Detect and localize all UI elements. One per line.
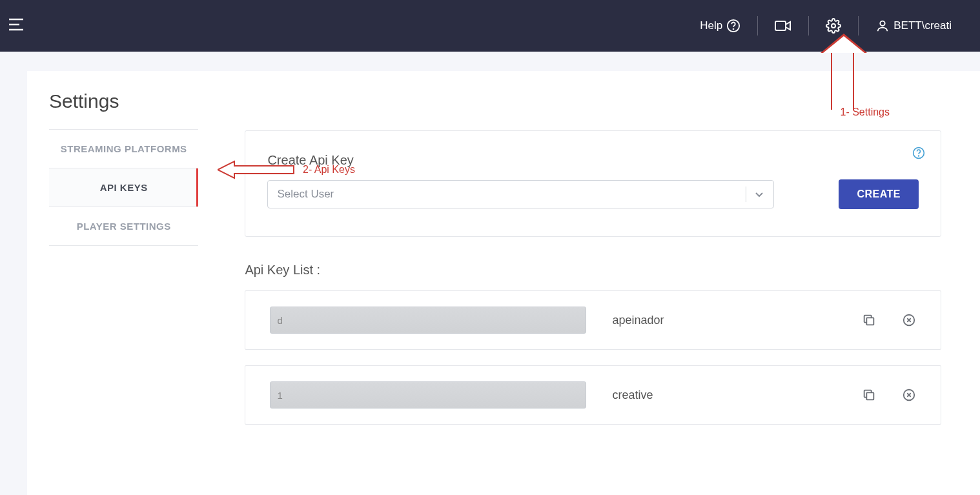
close-circle-icon bbox=[902, 388, 916, 402]
copy-button[interactable] bbox=[862, 388, 876, 402]
help-label: Help bbox=[700, 19, 722, 32]
video-icon bbox=[775, 19, 791, 32]
copy-icon bbox=[862, 388, 876, 402]
close-circle-icon bbox=[902, 313, 916, 327]
layout: STREAMING PLATFORMS API KEYS PLAYER SETT… bbox=[27, 129, 980, 440]
api-key-row: d apeinador bbox=[245, 290, 941, 350]
settings-button[interactable] bbox=[809, 18, 858, 34]
annotation-arrow-up bbox=[831, 50, 854, 110]
video-button[interactable] bbox=[758, 19, 808, 32]
svg-rect-12 bbox=[866, 392, 873, 399]
help-link[interactable]: Help bbox=[683, 19, 757, 33]
user-icon bbox=[875, 19, 890, 33]
tab-streaming-platforms[interactable]: STREAMING PLATFORMS bbox=[49, 130, 198, 168]
svg-point-9 bbox=[919, 156, 919, 156]
tabs: STREAMING PLATFORMS API KEYS PLAYER SETT… bbox=[49, 129, 198, 440]
tab-player-settings[interactable]: PLAYER SETTINGS bbox=[49, 207, 198, 246]
select-placeholder: Select User bbox=[277, 188, 334, 201]
api-key-user: creative bbox=[612, 389, 836, 402]
svg-rect-10 bbox=[866, 318, 873, 325]
chevron-down-icon bbox=[754, 189, 764, 199]
page-container: Settings STREAMING PLATFORMS API KEYS PL… bbox=[27, 71, 980, 495]
copy-button[interactable] bbox=[862, 313, 876, 327]
svg-rect-5 bbox=[775, 21, 786, 30]
create-title: Create Api Key bbox=[267, 153, 919, 168]
user-select[interactable]: Select User bbox=[267, 180, 774, 208]
help-icon bbox=[726, 19, 740, 33]
gear-icon bbox=[826, 18, 841, 34]
create-row: Select User CREATE bbox=[267, 179, 919, 209]
create-button[interactable]: CREATE bbox=[839, 179, 919, 209]
svg-point-6 bbox=[832, 24, 835, 28]
delete-button[interactable] bbox=[902, 313, 916, 327]
user-menu[interactable]: BETT\creati bbox=[859, 19, 968, 33]
create-panel: Create Api Key Select User CREATE bbox=[245, 130, 941, 237]
content: Create Api Key Select User CREATE Api Ke… bbox=[198, 129, 980, 440]
tab-api-keys[interactable]: API KEYS bbox=[49, 168, 198, 207]
topbar-right: Help BETT\creati bbox=[683, 16, 968, 35]
username-label: BETT\creati bbox=[893, 19, 952, 32]
svg-point-7 bbox=[881, 21, 885, 26]
list-title: Api Key List : bbox=[245, 263, 941, 278]
copy-icon bbox=[862, 313, 876, 327]
api-key-row: 1 creative bbox=[245, 365, 941, 425]
svg-point-4 bbox=[733, 29, 734, 30]
delete-button[interactable] bbox=[902, 388, 916, 402]
api-key-value[interactable]: d bbox=[270, 307, 586, 334]
panel-help-icon[interactable] bbox=[912, 146, 925, 162]
api-key-value[interactable]: 1 bbox=[270, 381, 586, 409]
select-separator bbox=[746, 187, 746, 202]
menu-icon[interactable] bbox=[8, 17, 25, 34]
api-key-user: apeinador bbox=[612, 314, 836, 327]
